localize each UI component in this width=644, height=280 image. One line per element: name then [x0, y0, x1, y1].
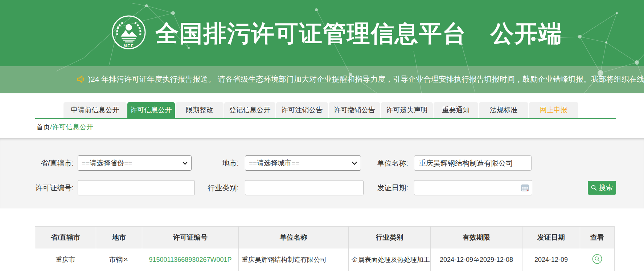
results-table: 省/直辖市 地市 许可证编号 单位名称 行业类别 有效期限 发证日期 查看 重庆… [35, 226, 615, 271]
tab-permit-loss-statement[interactable]: 许可遗失声明 [381, 102, 433, 118]
tab-online-declaration[interactable]: 网上申报 [529, 102, 578, 118]
tab-regulations-standards[interactable]: 法规标准 [479, 102, 528, 118]
col-header-industry: 行业类别 [349, 227, 431, 248]
tab-underline [35, 118, 616, 119]
col-header-company: 单位名称 [239, 227, 349, 248]
chevron-down-icon [182, 162, 188, 165]
calendar-icon[interactable] [521, 184, 529, 191]
cell-company: 重庆昊辉钢结构制造有限公司 [239, 248, 349, 271]
breadcrumb-home[interactable]: 首页 [36, 123, 50, 131]
cell-industry: 金属表面处理及热处理加工 [349, 248, 431, 271]
city-label: 地市: [196, 155, 239, 171]
company-name-label: 单位名称: [370, 155, 408, 171]
svg-text:MEE: MEE [123, 44, 134, 48]
cell-province: 重庆市 [35, 248, 96, 271]
tab-deadline-rectification[interactable]: 限期整改 [176, 102, 223, 118]
industry-input[interactable] [245, 180, 364, 195]
announcement-text: )24 年排污许可证年度执行报告报送。 请各省级生态环境部门加大对企业提醒和指导… [88, 73, 644, 85]
issue-date-field [414, 180, 532, 195]
tab-pre-application-disclosure[interactable]: 申请前信息公开 [63, 102, 127, 118]
province-select-value: ==请选择省份== [82, 158, 182, 168]
city-select-value: ==请选择城市== [249, 158, 352, 168]
tab-important-notice[interactable]: 重要通知 [434, 102, 478, 118]
col-header-province: 省/直辖市 [35, 227, 96, 248]
issue-date-label: 发证日期: [370, 180, 408, 195]
tab-permit-info-disclosure[interactable]: 许可信息公开 [127, 102, 175, 118]
cell-issue-date: 2024-12-09 [522, 248, 580, 271]
col-header-city: 地市 [96, 227, 142, 248]
tab-registration-info[interactable]: 登记信息公开 [224, 102, 275, 118]
col-header-validity: 有效期限 [431, 227, 522, 248]
permit-number-label: 许可证编号: [31, 180, 74, 195]
search-button[interactable]: 搜索 [588, 181, 616, 195]
issue-date-input[interactable] [419, 183, 521, 192]
col-header-issue-date: 发证日期 [522, 227, 580, 248]
city-select[interactable]: ==请选择城市== [245, 155, 361, 171]
table-row: 重庆市 市辖区 91500113668930267W001P 重庆昊辉钢结构制造… [35, 248, 615, 271]
permit-number-link[interactable]: 91500113668930267W001P [149, 256, 232, 263]
company-name-input[interactable] [414, 155, 532, 171]
cell-validity: 2024-12-09至2029-12-08 [431, 248, 522, 271]
breadcrumb: 首页/许可信息公开 [36, 123, 93, 131]
site-title: 全国排污许可证管理信息平台 公开端 [155, 17, 591, 49]
col-header-permit-number: 许可证编号 [142, 227, 239, 248]
magnifier-circle-icon [592, 254, 602, 264]
tab-permit-revocation-notice[interactable]: 许可撤销公告 [329, 102, 380, 118]
search-button-label: 搜索 [599, 183, 613, 192]
table-header-row: 省/直辖市 地市 许可证编号 单位名称 行业类别 有效期限 发证日期 查看 [35, 227, 615, 248]
province-select[interactable]: ==请选择省份== [78, 155, 192, 171]
chevron-down-icon [352, 162, 357, 165]
view-permit-button[interactable] [592, 254, 602, 264]
mee-logo: MEE [111, 15, 147, 50]
industry-label: 行业类别: [196, 180, 239, 195]
speaker-icon [76, 74, 86, 84]
permit-number-input[interactable] [78, 180, 195, 195]
search-filter-panel: 省/直辖市: ==请选择省份== 地市: ==请选择城市== 单位名称: 许可证… [0, 138, 644, 208]
tab-permit-cancellation-notice[interactable]: 许可注销公告 [276, 102, 328, 118]
main-nav: 申请前信息公开 许可信息公开 限期整改 登记信息公开 许可注销公告 许可撤销公告… [63, 102, 579, 118]
col-header-view: 查看 [580, 227, 615, 248]
breadcrumb-current: 许可信息公开 [52, 123, 93, 131]
magnifier-icon [591, 185, 597, 191]
province-label: 省/直辖市: [34, 155, 74, 171]
cell-city: 市辖区 [96, 248, 142, 271]
page: MEE 全国排污许可证管理信息平台 公开端 )24 年排污许可证年度执行报告报送… [0, 0, 644, 280]
